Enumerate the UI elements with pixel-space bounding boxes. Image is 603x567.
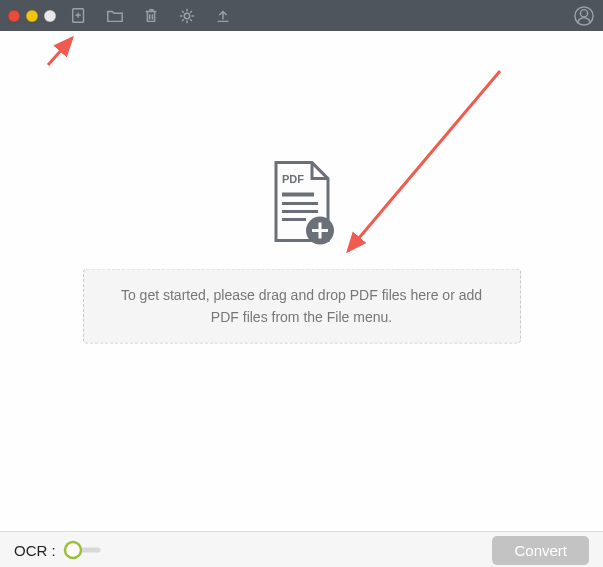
- svg-point-18: [65, 542, 81, 558]
- titlebar: [0, 0, 603, 31]
- window-controls: [8, 10, 56, 22]
- svg-point-5: [184, 13, 189, 18]
- bottom-bar: OCR : Convert: [0, 532, 603, 567]
- pdf-label: PDF: [282, 173, 304, 185]
- pdf-add-icon: PDF: [266, 159, 338, 251]
- toolbar: [70, 7, 232, 25]
- add-file-icon[interactable]: [70, 7, 88, 25]
- close-icon[interactable]: [8, 10, 20, 22]
- upload-icon[interactable]: [214, 7, 232, 25]
- support-icon[interactable]: [573, 5, 595, 27]
- svg-line-8: [48, 38, 72, 65]
- gear-icon[interactable]: [178, 7, 196, 25]
- ocr-label: OCR :: [14, 542, 56, 559]
- trash-icon[interactable]: [142, 7, 160, 25]
- main-area: PDF To get started, please drag and drop…: [0, 31, 603, 532]
- drop-zone[interactable]: PDF To get started, please drag and drop…: [102, 159, 502, 344]
- folder-icon[interactable]: [106, 7, 124, 25]
- maximize-icon[interactable]: [44, 10, 56, 22]
- drop-message: To get started, please drag and drop PDF…: [83, 269, 521, 344]
- svg-point-6: [580, 9, 587, 16]
- annotation-arrow-1: [42, 35, 102, 73]
- ocr-toggle[interactable]: [62, 540, 102, 560]
- convert-button[interactable]: Convert: [492, 536, 589, 565]
- minimize-icon[interactable]: [26, 10, 38, 22]
